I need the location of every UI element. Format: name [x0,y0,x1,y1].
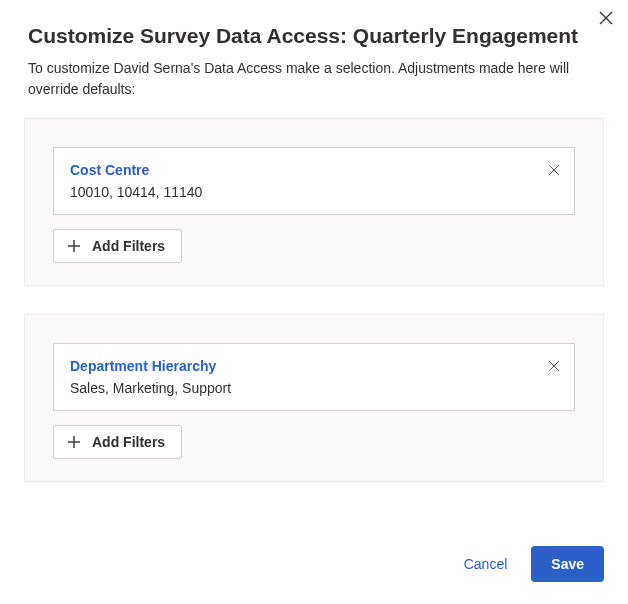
filter-values: Sales, Marketing, Support [70,380,560,396]
filter-box-department-hierarchy[interactable]: Department Hierarchy Sales, Marketing, S… [53,343,575,411]
cancel-button[interactable]: Cancel [460,550,512,578]
modal-title: Customize Survey Data Access: Quarterly … [28,24,600,48]
filter-box-cost-centre[interactable]: Cost Centre 10010, 10414, 11140 [53,147,575,215]
filter-section: Cost Centre 10010, 10414, 11140 Add Fi [24,118,604,286]
modal-body[interactable]: Cost Centre 10010, 10414, 11140 Add Fi [0,108,628,532]
filter-label: Cost Centre [70,162,560,178]
filter-label: Department Hierarchy [70,358,560,374]
save-button[interactable]: Save [531,546,604,582]
remove-filter-icon[interactable] [548,358,560,376]
filter-section: Department Hierarchy Sales, Marketing, S… [24,314,604,482]
plus-icon [66,434,82,450]
modal-header: Customize Survey Data Access: Quarterly … [0,0,628,108]
plus-icon [66,238,82,254]
modal-subtitle: To customize David Serna's Data Access m… [28,58,600,100]
customize-access-modal: Customize Survey Data Access: Quarterly … [0,0,628,604]
modal-footer: Cancel Save [0,532,628,604]
remove-filter-icon[interactable] [548,162,560,180]
add-filters-label: Add Filters [92,434,165,450]
add-filters-button[interactable]: Add Filters [53,425,182,459]
add-filters-button[interactable]: Add Filters [53,229,182,263]
filter-values: 10010, 10414, 11140 [70,184,560,200]
add-filters-label: Add Filters [92,238,165,254]
close-icon[interactable] [598,10,614,30]
